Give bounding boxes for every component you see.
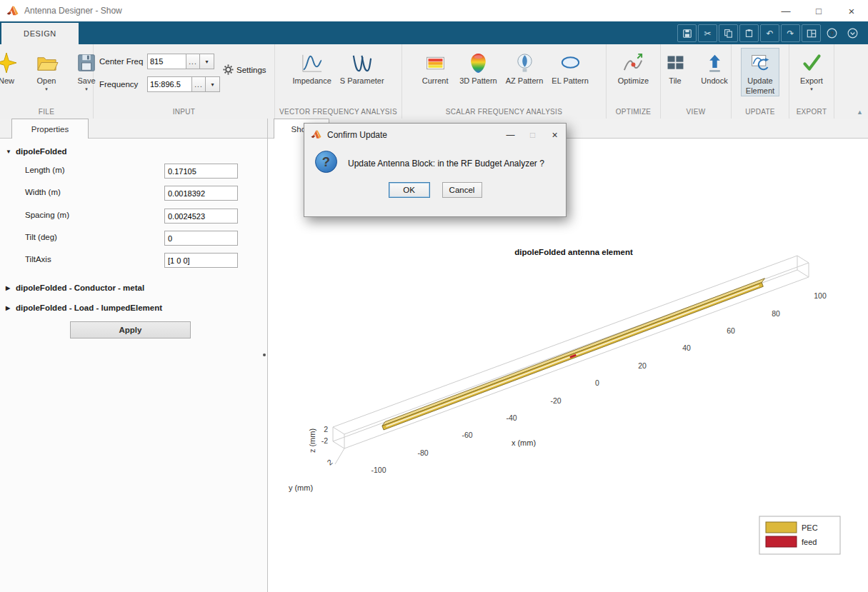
svg-text:?: ? [322, 154, 330, 169]
close-button[interactable]: × [835, 0, 868, 21]
quick-access-toolbar: ✂ ↶ ↷ ? [677, 24, 862, 42]
gear-icon [223, 64, 234, 75]
spacing-label: Spacing (m) [25, 211, 69, 219]
antenna-geometry [381, 279, 767, 430]
spacing-input[interactable] [164, 209, 238, 224]
dialog-maximize-button: □ [522, 124, 544, 146]
tiltaxis-input[interactable] [164, 253, 238, 268]
matlab-icon [311, 129, 321, 140]
group-dipolefolded[interactable]: ▼ dipoleFolded [6, 147, 67, 156]
property-row: Spacing (m) [0, 209, 267, 224]
y-tick-label: 2 [325, 457, 334, 466]
properties-tabbar: Properties [0, 119, 267, 139]
x-tick-label: 0 [595, 378, 599, 387]
dialog-title: Confirm Update [327, 130, 387, 140]
section-view: Tile Undock VIEW [661, 44, 732, 119]
el-pattern-icon [557, 50, 583, 76]
section-optimize: Optimize OPTIMIZE [607, 44, 661, 119]
collapsed-icon[interactable]: ▶ [6, 285, 12, 291]
quick-save-button[interactable] [677, 24, 697, 42]
center-freq-dropdown[interactable]: ▾ [200, 54, 214, 69]
property-row: Length (m) [0, 164, 267, 179]
collapsed-icon[interactable]: ▶ [6, 305, 12, 311]
width-input[interactable] [164, 186, 238, 201]
cancel-button[interactable]: Cancel [442, 182, 482, 198]
current-button[interactable]: Current [416, 48, 454, 86]
layout-button[interactable] [802, 24, 821, 42]
tiltaxis-label: TiltAxis [25, 255, 51, 264]
minimize-button[interactable]: — [769, 0, 802, 21]
el-pattern-button[interactable]: EL Pattern [548, 48, 592, 86]
open-dropdown-icon[interactable]: ▾ [45, 87, 48, 91]
update-element-button[interactable]: Update Element [741, 48, 779, 96]
section-file: New Open ▾ Save ▾ FILE [0, 44, 94, 119]
dialog-minimize-button[interactable]: — [499, 124, 522, 146]
cut-icon: ✂ [704, 29, 711, 39]
close-icon: × [849, 5, 855, 17]
length-input[interactable] [164, 164, 238, 179]
ok-button[interactable]: OK [389, 182, 430, 198]
section-label-file: FILE [0, 106, 93, 119]
section-label-scalar: SCALAR FREQUENCY ANALYSIS [402, 106, 606, 119]
settings-label: Settings [236, 66, 266, 74]
open-button[interactable]: Open ▾ [27, 48, 66, 92]
toolstrip-options-button[interactable] [843, 24, 862, 42]
maximize-button[interactable]: □ [802, 0, 835, 21]
frequency-more-button[interactable]: ... [192, 76, 206, 92]
quick-paste-button[interactable] [739, 24, 759, 42]
minimize-icon: — [507, 130, 515, 140]
tilt-label: Tilt (deg) [25, 233, 57, 241]
group-load[interactable]: ▶ dipoleFolded - Load - lumpedElement [6, 303, 162, 312]
paste-icon [744, 29, 754, 38]
export-check-icon [799, 50, 824, 76]
x-tick-label: -40 [506, 413, 517, 422]
tilt-input[interactable] [164, 231, 238, 246]
quick-copy-button[interactable] [719, 24, 738, 42]
optimize-button[interactable]: Optimize [614, 48, 653, 86]
pattern-3d-button[interactable]: 3D Pattern [456, 48, 501, 86]
tile-icon [662, 50, 688, 76]
section-vector: Impedance S Parameter VECTOR FREQUENCY A… [275, 44, 402, 119]
z-axis-label: z (mm) [308, 428, 316, 453]
ribbon-tabstrip: DESIGN ✂ ↶ ↷ ? [0, 21, 868, 44]
quick-undo-button[interactable]: ↶ [760, 24, 779, 42]
dialog-titlebar[interactable]: Confirm Update — □ × [304, 124, 566, 146]
quick-cut-button[interactable]: ✂ [698, 24, 717, 42]
toolbar-filler: ▲ [834, 44, 868, 119]
expanded-icon[interactable]: ▼ [6, 149, 12, 155]
pattern-3d-icon [465, 50, 491, 76]
settings-button[interactable]: Settings [223, 64, 266, 75]
tab-properties[interactable]: Properties [11, 119, 89, 139]
x-axis-label: x (mm) [512, 438, 536, 447]
frequency-input[interactable] [147, 76, 192, 92]
question-icon: ? [314, 150, 338, 176]
collapse-toolstrip-button[interactable]: ▲ [857, 109, 863, 116]
x-tick-label: 20 [638, 361, 647, 370]
tile-button[interactable]: Tile [657, 48, 693, 86]
az-pattern-button[interactable]: AZ Pattern [502, 48, 547, 86]
new-button[interactable]: New [0, 48, 26, 86]
z-tick-label: 2 [324, 425, 328, 433]
s-parameter-icon [349, 50, 375, 76]
undock-button[interactable]: Undock [694, 48, 734, 86]
save-dropdown-icon[interactable]: ▾ [85, 87, 88, 91]
maximize-icon: □ [530, 130, 535, 140]
group-conductor[interactable]: ▶ dipoleFolded - Conductor - metal [6, 284, 144, 292]
export-button[interactable]: Export ▾ [792, 48, 831, 92]
minimize-icon: — [782, 6, 791, 16]
chevron-circle-icon [847, 28, 858, 39]
x-tick-label: 40 [682, 343, 691, 352]
s-parameter-button[interactable]: S Parameter [336, 48, 388, 86]
open-folder-icon [34, 50, 59, 76]
help-button[interactable]: ? [822, 24, 842, 42]
dialog-close-button[interactable]: × [544, 124, 566, 146]
center-freq-input[interactable] [147, 54, 186, 69]
undock-icon [702, 50, 727, 76]
tab-design[interactable]: DESIGN [1, 23, 79, 44]
export-dropdown-icon[interactable]: ▾ [810, 87, 813, 91]
quick-redo-button[interactable]: ↷ [781, 24, 800, 42]
center-freq-more-button[interactable]: ... [186, 54, 200, 69]
frequency-dropdown[interactable]: ▾ [206, 76, 220, 92]
impedance-button[interactable]: Impedance [289, 48, 334, 86]
apply-button[interactable]: Apply [70, 321, 191, 338]
